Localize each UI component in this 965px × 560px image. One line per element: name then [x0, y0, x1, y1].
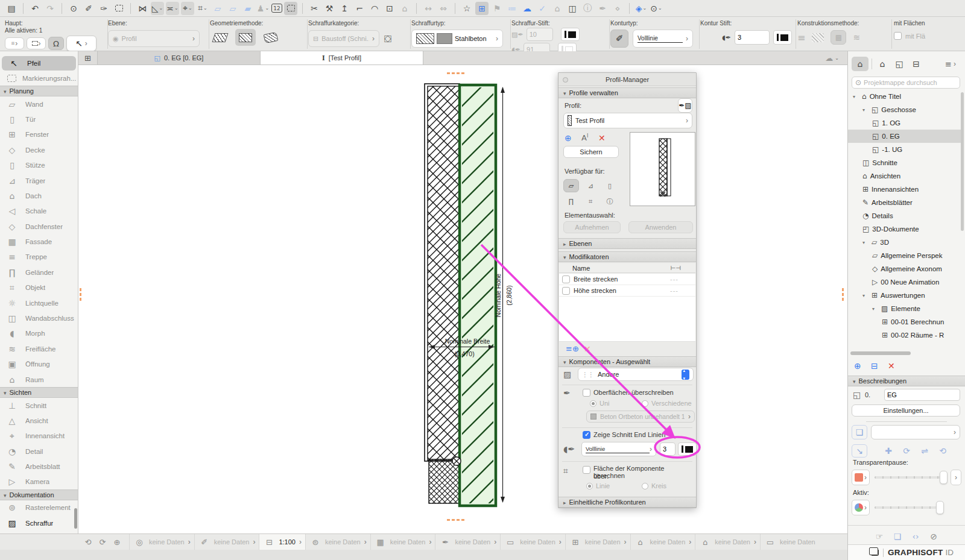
modifier-row[interactable]: Breite strecken --- — [559, 274, 695, 285]
layout-book-icon[interactable]: ◱ — [891, 57, 907, 71]
drawing-canvas[interactable]: Nominale Höhe (2,860) Nominale Breite (0… — [78, 65, 847, 533]
tool-detail[interactable]: ◔ Detail — [0, 444, 78, 459]
tool-wand[interactable]: ▱ Wand — [0, 96, 78, 112]
stepper-icon[interactable] — [682, 370, 689, 380]
transform-box-icon[interactable] — [284, 2, 297, 15]
konturtyp-select[interactable]: Volllinie — [633, 30, 693, 48]
tool-wandabschluss[interactable]: ◫ Wandabschluss — [0, 310, 78, 326]
aufnehmen-button[interactable]: Aufnehmen — [563, 221, 621, 233]
tool-innenansicht[interactable]: ⌖ Innenansicht — [0, 429, 78, 444]
end-line-pen-input[interactable] — [660, 442, 676, 456]
tag-icon[interactable]: ⋄ — [611, 2, 624, 15]
section-beschreibungen[interactable]: Beschreibungen — [848, 376, 965, 386]
section-profile-verwalten[interactable]: Profile verwalten — [558, 87, 696, 98]
tree-expand-icon[interactable]: ▾ — [862, 293, 868, 298]
tree-arbeitsblaetter[interactable]: ✎ Arbeitsblätter — [848, 196, 961, 209]
add-modifier-icon[interactable]: ≡⊕ — [566, 344, 579, 353]
view-back-icon[interactable]: ⟲ — [82, 538, 94, 547]
tree-expand-icon[interactable]: ▾ — [872, 306, 878, 312]
scale[interactable]: ⊟ 1:100 — [259, 534, 305, 550]
tree-perspektive[interactable]: ▱ Allgemeine Perspek — [848, 249, 961, 262]
tree-geschosse[interactable]: ▾ ◱ Geschosse — [848, 103, 961, 116]
tool-fenster[interactable]: ⊞ Fenster — [0, 127, 78, 142]
add-viewpoint-icon[interactable]: ⊕ — [854, 361, 861, 371]
marquee-icon[interactable] — [112, 2, 125, 15]
default-settings-button[interactable]: ⌗ — [5, 37, 24, 49]
zoom-in-icon[interactable]: ⊕ — [111, 538, 123, 547]
tree-expand-icon[interactable]: ▾ — [853, 94, 859, 99]
magnet-button[interactable]: Ω — [48, 37, 64, 50]
grab-hand-icon[interactable]: ☞ — [872, 530, 887, 543]
section-komponenten[interactable]: Komponenten - Ausgewählt — [558, 356, 696, 367]
pen-set-icon[interactable]: ✒▨ — [678, 98, 692, 113]
anwenden-button[interactable]: Anwenden — [628, 221, 693, 233]
tool-schnitt[interactable]: ⊥ Schnitt — [0, 398, 78, 413]
sichern-button[interactable]: Sichern — [563, 146, 619, 158]
avail-column-icon[interactable]: ▯ — [602, 179, 618, 192]
schraffurkategorie-select[interactable]: ⊟ Baustoff (Schni... — [308, 30, 379, 47]
trace-slider[interactable] — [875, 476, 944, 479]
tree-00-02[interactable]: ⊞ 00-02 Räume - R — [848, 329, 961, 342]
fillet-icon[interactable]: ◠ — [368, 2, 381, 15]
avail-beam-icon[interactable]: ⊿ — [583, 179, 598, 192]
layers-copy-icon[interactable]: ❏ — [890, 530, 905, 543]
method-diagonal-icon[interactable] — [812, 33, 824, 42]
tree-animation[interactable]: ▷ 00 Neue Animation — [848, 275, 961, 289]
mirror-tool-icon[interactable]: ⇌ — [918, 444, 931, 458]
model-view-options[interactable]: ✒ keine Daten — [435, 534, 500, 550]
avail-wall-icon[interactable]: ▱ — [563, 179, 579, 192]
close-icon[interactable] — [563, 77, 568, 83]
stories-icon[interactable]: ⌂ — [551, 2, 564, 15]
active-slider[interactable] — [875, 506, 942, 509]
tool-gelaender[interactable]: ∏ Geländer — [0, 265, 78, 280]
fg-pen-input[interactable] — [527, 28, 553, 41]
modifier-row[interactable]: Höhe strecken --- — [559, 285, 695, 297]
tool-dachfenster[interactable]: ◇ Dachfenster — [0, 219, 78, 234]
tool-tuer[interactable]: ▯ Tür — [0, 112, 78, 127]
toolbox-section-header[interactable]: Dokumentation — [0, 489, 78, 500]
snap-guides-icon[interactable]: ≍ — [166, 2, 179, 15]
kontur-mode-button[interactable]: ✐ — [610, 30, 628, 48]
attributes-icon[interactable]: ≔ — [505, 2, 519, 15]
flag-icon[interactable]: ⚑ — [490, 2, 504, 15]
section-modifikatoren[interactable]: Modifikatoren — [558, 251, 696, 262]
section-ebenen[interactable]: Ebenen — [558, 238, 696, 249]
rotate-tool-icon[interactable]: ⟳ — [900, 444, 913, 458]
oberflaechen-checkbox[interactable] — [583, 389, 590, 397]
pickup-parameters-icon[interactable]: ✐ — [82, 2, 95, 15]
trace-slider-thumb[interactable] — [940, 471, 948, 484]
intersect-icon[interactable]: ⌐ — [353, 2, 366, 15]
editing-plane-3-icon[interactable]: ▰ — [241, 2, 255, 15]
geometry-rectangle-button[interactable] — [235, 29, 256, 46]
ruler-12-icon[interactable]: 12 — [271, 4, 282, 13]
dimension-2-icon[interactable]: ⇔ — [437, 2, 450, 15]
palette-titlebar[interactable]: Profil-Manager — [558, 73, 696, 86]
active-slider-thumb[interactable] — [936, 501, 944, 514]
layer-combination[interactable]: ✐ keine Daten — [194, 534, 259, 550]
tool-ansicht[interactable]: △ Ansicht — [0, 413, 78, 428]
toolbox-section-header[interactable]: Planung — [0, 86, 78, 96]
document-tab[interactable]: I [Test Profil] — [261, 51, 423, 64]
find-select-icon[interactable]: ⊙ — [67, 2, 80, 15]
adjust-icon[interactable]: ⚒ — [323, 2, 336, 15]
cut-plane[interactable]: ⌂ keine Daten — [630, 534, 695, 550]
resize-tool-icon[interactable]: ↘ — [852, 444, 867, 458]
kreis-radio[interactable] — [642, 483, 648, 489]
tree-axonometrie[interactable]: ◇ Allgemeine Axonom — [848, 262, 961, 275]
resize-icon[interactable]: ⊡ — [383, 2, 396, 15]
publisher-icon[interactable]: ⊟ — [908, 57, 924, 71]
renovation[interactable]: ⌂ keine Daten — [695, 534, 760, 550]
active-swatch[interactable] — [852, 500, 870, 515]
tree-horizontal-scrollbar[interactable] — [850, 351, 911, 355]
document-tab[interactable]: ◱ 0. EG [0. EG] — [98, 51, 261, 64]
tool-kamera[interactable]: ▷ Kamera — [0, 474, 78, 489]
tree-ansichten[interactable]: ⌂ Ansichten — [848, 169, 961, 183]
reset-tool-icon[interactable]: ⟲ — [936, 444, 949, 458]
tree-m1ug[interactable]: ◱ -1. UG — [848, 143, 961, 156]
window-stack-icon[interactable] — [871, 549, 879, 556]
kontur-pen-swatch[interactable] — [773, 30, 792, 45]
tree-1og[interactable]: ◱ 1. OG — [848, 116, 961, 130]
teamwork-cloud-icon[interactable]: ☁ — [825, 51, 847, 64]
tool-pfeil[interactable]: ↖ Pfeil — [2, 56, 76, 71]
delete-profile-icon[interactable]: ✕ — [598, 133, 606, 143]
